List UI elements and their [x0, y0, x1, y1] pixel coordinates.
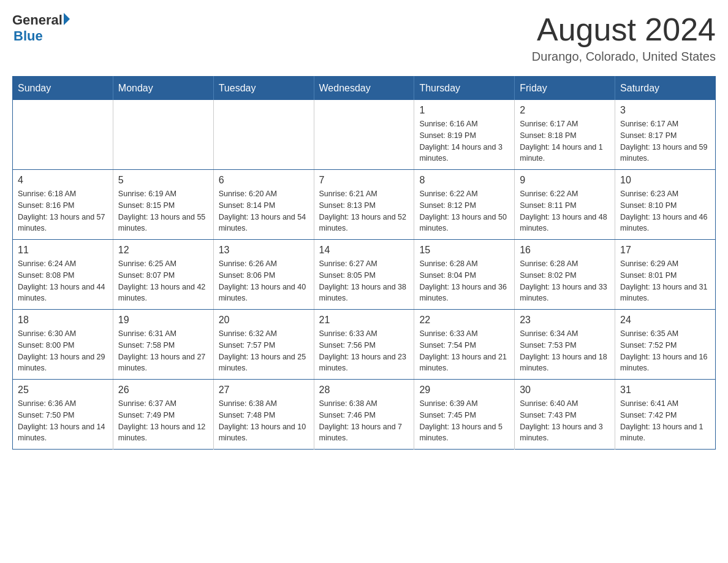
logo-general-text: General [12, 12, 63, 28]
day-info: Sunrise: 6:16 AMSunset: 8:19 PMDaylight:… [419, 118, 509, 164]
day-info: Sunrise: 6:19 AMSunset: 8:15 PMDaylight:… [118, 188, 208, 234]
calendar-day-13: 13Sunrise: 6:26 AMSunset: 8:06 PMDayligh… [213, 240, 314, 310]
weekday-header-tuesday: Tuesday [213, 77, 314, 101]
calendar-day-14: 14Sunrise: 6:27 AMSunset: 8:05 PMDayligh… [314, 240, 414, 310]
logo-arrow-icon [64, 13, 70, 25]
day-info: Sunrise: 6:34 AMSunset: 7:53 PMDaylight:… [520, 328, 610, 374]
day-number: 20 [219, 315, 309, 326]
day-number: 29 [419, 385, 509, 396]
day-info: Sunrise: 6:22 AMSunset: 8:11 PMDaylight:… [520, 188, 610, 234]
calendar-day-2: 2Sunrise: 6:17 AMSunset: 8:18 PMDaylight… [515, 100, 615, 170]
day-info: Sunrise: 6:17 AMSunset: 8:18 PMDaylight:… [520, 118, 610, 164]
weekday-header-sunday: Sunday [13, 77, 113, 101]
day-number: 25 [18, 385, 108, 396]
day-number: 14 [319, 245, 409, 256]
month-title: August 2024 [532, 12, 716, 47]
calendar-day-23: 23Sunrise: 6:34 AMSunset: 7:53 PMDayligh… [515, 310, 615, 380]
day-number: 23 [520, 315, 610, 326]
day-info: Sunrise: 6:38 AMSunset: 7:48 PMDaylight:… [219, 398, 309, 444]
logo-blue-text: Blue [13, 28, 70, 44]
weekday-header-wednesday: Wednesday [314, 77, 414, 101]
logo: General Blue [12, 12, 70, 44]
day-number: 21 [319, 315, 409, 326]
weekday-header-friday: Friday [515, 77, 615, 101]
day-info: Sunrise: 6:31 AMSunset: 7:58 PMDaylight:… [118, 328, 208, 374]
day-number: 27 [219, 385, 309, 396]
day-number: 5 [118, 175, 208, 186]
calendar-day-19: 19Sunrise: 6:31 AMSunset: 7:58 PMDayligh… [113, 310, 213, 380]
calendar-day-5: 5Sunrise: 6:19 AMSunset: 8:15 PMDaylight… [113, 170, 213, 240]
day-number: 12 [118, 245, 208, 256]
calendar-table: SundayMondayTuesdayWednesdayThursdayFrid… [12, 76, 716, 450]
day-number: 10 [620, 175, 710, 186]
calendar-day-25: 25Sunrise: 6:36 AMSunset: 7:50 PMDayligh… [13, 380, 113, 450]
calendar-week-row: 18Sunrise: 6:30 AMSunset: 8:00 PMDayligh… [13, 310, 716, 380]
day-info: Sunrise: 6:24 AMSunset: 8:08 PMDaylight:… [18, 258, 108, 304]
day-info: Sunrise: 6:37 AMSunset: 7:49 PMDaylight:… [118, 398, 208, 444]
day-info: Sunrise: 6:40 AMSunset: 7:43 PMDaylight:… [520, 398, 610, 444]
calendar-week-row: 25Sunrise: 6:36 AMSunset: 7:50 PMDayligh… [13, 380, 716, 450]
day-number: 8 [419, 175, 509, 186]
day-number: 2 [520, 105, 610, 116]
day-info: Sunrise: 6:22 AMSunset: 8:12 PMDaylight:… [419, 188, 509, 234]
calendar-week-row: 1Sunrise: 6:16 AMSunset: 8:19 PMDaylight… [13, 100, 716, 170]
day-info: Sunrise: 6:35 AMSunset: 7:52 PMDaylight:… [620, 328, 710, 374]
location-title: Durango, Colorado, United States [532, 50, 716, 64]
day-number: 9 [520, 175, 610, 186]
day-info: Sunrise: 6:23 AMSunset: 8:10 PMDaylight:… [620, 188, 710, 234]
day-number: 4 [18, 175, 108, 186]
calendar-day-22: 22Sunrise: 6:33 AMSunset: 7:54 PMDayligh… [414, 310, 515, 380]
day-info: Sunrise: 6:26 AMSunset: 8:06 PMDaylight:… [219, 258, 309, 304]
calendar-empty-cell [213, 100, 314, 170]
page-header: General Blue August 2024 Durango, Colora… [12, 12, 716, 64]
day-info: Sunrise: 6:28 AMSunset: 8:04 PMDaylight:… [419, 258, 509, 304]
day-number: 31 [620, 385, 710, 396]
day-number: 3 [620, 105, 710, 116]
calendar-day-9: 9Sunrise: 6:22 AMSunset: 8:11 PMDaylight… [515, 170, 615, 240]
calendar-empty-cell [113, 100, 213, 170]
title-section: August 2024 Durango, Colorado, United St… [532, 12, 716, 64]
day-info: Sunrise: 6:41 AMSunset: 7:42 PMDaylight:… [620, 398, 710, 444]
calendar-day-21: 21Sunrise: 6:33 AMSunset: 7:56 PMDayligh… [314, 310, 414, 380]
day-info: Sunrise: 6:33 AMSunset: 7:56 PMDaylight:… [319, 328, 409, 374]
calendar-day-31: 31Sunrise: 6:41 AMSunset: 7:42 PMDayligh… [615, 380, 716, 450]
day-info: Sunrise: 6:32 AMSunset: 7:57 PMDaylight:… [219, 328, 309, 374]
calendar-empty-cell [13, 100, 113, 170]
day-info: Sunrise: 6:28 AMSunset: 8:02 PMDaylight:… [520, 258, 610, 304]
day-info: Sunrise: 6:20 AMSunset: 8:14 PMDaylight:… [219, 188, 309, 234]
day-info: Sunrise: 6:21 AMSunset: 8:13 PMDaylight:… [319, 188, 409, 234]
calendar-day-7: 7Sunrise: 6:21 AMSunset: 8:13 PMDaylight… [314, 170, 414, 240]
weekday-header-thursday: Thursday [414, 77, 515, 101]
calendar-day-30: 30Sunrise: 6:40 AMSunset: 7:43 PMDayligh… [515, 380, 615, 450]
weekday-header-saturday: Saturday [615, 77, 716, 101]
calendar-day-4: 4Sunrise: 6:18 AMSunset: 8:16 PMDaylight… [13, 170, 113, 240]
calendar-day-29: 29Sunrise: 6:39 AMSunset: 7:45 PMDayligh… [414, 380, 515, 450]
day-number: 24 [620, 315, 710, 326]
calendar-week-row: 11Sunrise: 6:24 AMSunset: 8:08 PMDayligh… [13, 240, 716, 310]
day-number: 30 [520, 385, 610, 396]
day-info: Sunrise: 6:38 AMSunset: 7:46 PMDaylight:… [319, 398, 409, 444]
day-number: 26 [118, 385, 208, 396]
weekday-header-monday: Monday [113, 77, 213, 101]
day-info: Sunrise: 6:17 AMSunset: 8:17 PMDaylight:… [620, 118, 710, 164]
day-info: Sunrise: 6:25 AMSunset: 8:07 PMDaylight:… [118, 258, 208, 304]
calendar-day-12: 12Sunrise: 6:25 AMSunset: 8:07 PMDayligh… [113, 240, 213, 310]
calendar-day-16: 16Sunrise: 6:28 AMSunset: 8:02 PMDayligh… [515, 240, 615, 310]
day-number: 1 [419, 105, 509, 116]
day-number: 22 [419, 315, 509, 326]
day-info: Sunrise: 6:30 AMSunset: 8:00 PMDaylight:… [18, 328, 108, 374]
day-number: 16 [520, 245, 610, 256]
day-info: Sunrise: 6:36 AMSunset: 7:50 PMDaylight:… [18, 398, 108, 444]
day-number: 11 [18, 245, 108, 256]
calendar-day-1: 1Sunrise: 6:16 AMSunset: 8:19 PMDaylight… [414, 100, 515, 170]
calendar-day-20: 20Sunrise: 6:32 AMSunset: 7:57 PMDayligh… [213, 310, 314, 380]
calendar-day-8: 8Sunrise: 6:22 AMSunset: 8:12 PMDaylight… [414, 170, 515, 240]
calendar-day-6: 6Sunrise: 6:20 AMSunset: 8:14 PMDaylight… [213, 170, 314, 240]
day-number: 6 [219, 175, 309, 186]
day-info: Sunrise: 6:39 AMSunset: 7:45 PMDaylight:… [419, 398, 509, 444]
day-number: 15 [419, 245, 509, 256]
day-info: Sunrise: 6:29 AMSunset: 8:01 PMDaylight:… [620, 258, 710, 304]
calendar-week-row: 4Sunrise: 6:18 AMSunset: 8:16 PMDaylight… [13, 170, 716, 240]
calendar-day-15: 15Sunrise: 6:28 AMSunset: 8:04 PMDayligh… [414, 240, 515, 310]
calendar-day-11: 11Sunrise: 6:24 AMSunset: 8:08 PMDayligh… [13, 240, 113, 310]
